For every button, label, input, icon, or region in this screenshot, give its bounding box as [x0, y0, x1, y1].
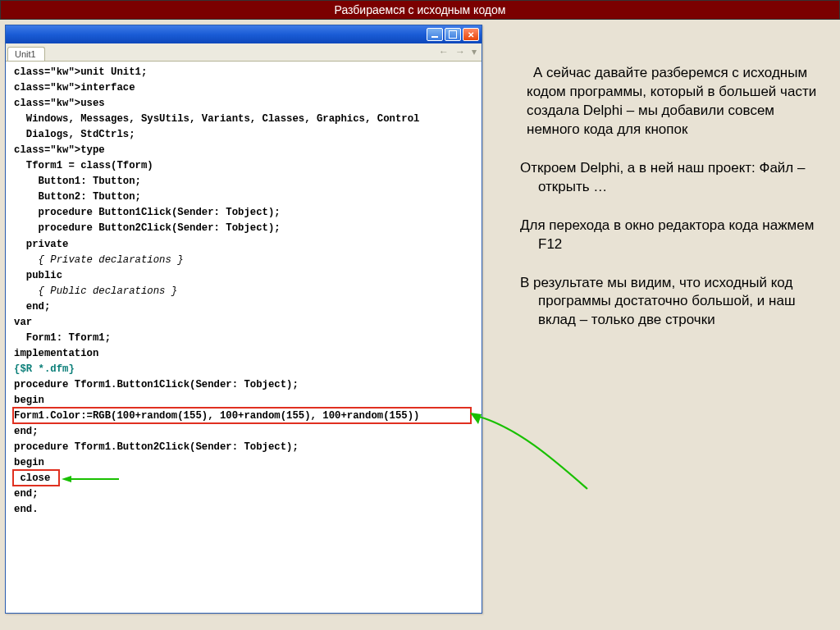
nav-arrows: ← → ▾ — [439, 46, 477, 57]
ide-window: Unit1 ← → ▾ class="kw">unit Unit1;class=… — [5, 25, 482, 614]
code-line: Button1: Tbutton; — [14, 174, 480, 189]
code-line: Windows, Messages, SysUtils, Variants, C… — [14, 112, 480, 127]
code-line: class="kw">interface — [14, 80, 480, 96]
paragraph-2: Откроем Delphi, а в ней наш проект: Файл… — [520, 159, 827, 197]
code-line: private — [14, 237, 480, 253]
slide-title: Разбираемся с исходным кодом — [0, 0, 840, 20]
code-editor[interactable]: class="kw">unit Unit1;class="kw">interfa… — [6, 62, 482, 613]
code-line: procedure Tform1.Button2Click(Sender: To… — [14, 440, 480, 455]
code-line: var — [14, 315, 480, 331]
code-line: end; — [14, 424, 480, 440]
nav-back-icon[interactable]: ← — [439, 46, 449, 57]
code-line: end; — [14, 486, 480, 502]
code-line: { Private declarations } — [14, 253, 480, 268]
code-line: end. — [14, 502, 480, 518]
code-line: public — [14, 268, 480, 284]
paragraph-1: А сейчас давайте разберемся с исходным к… — [520, 64, 827, 139]
maximize-button[interactable] — [445, 28, 461, 41]
code-line: class="kw">type — [14, 143, 480, 158]
code-line: implementation — [14, 346, 480, 362]
nav-fwd-icon[interactable]: → — [455, 46, 465, 57]
code-line: Form1: Tform1; — [14, 331, 480, 346]
minimize-button[interactable] — [427, 28, 443, 41]
code-line: procedure Tform1.Button1Click(Sender: To… — [14, 377, 480, 393]
slide-body: Unit1 ← → ▾ class="kw">unit Unit1;class=… — [0, 20, 840, 627]
tab-unit1[interactable]: Unit1 — [7, 47, 45, 61]
code-line: {$R *.dfm} — [14, 362, 480, 377]
nav-menu-icon[interactable]: ▾ — [472, 46, 477, 57]
close-button[interactable] — [463, 28, 479, 41]
code-line: begin — [14, 393, 480, 409]
code-line: procedure Button2Click(Sender: Tobject); — [14, 221, 480, 236]
code-line: Dialogs, StdCtrls; — [14, 127, 480, 143]
tab-row: Unit1 ← → ▾ — [6, 43, 482, 62]
code-line: Tform1 = class(Tform) — [14, 158, 480, 174]
code-line: end; — [14, 299, 480, 315]
code-line: close — [14, 471, 480, 486]
code-line: begin — [14, 455, 480, 471]
code-line: class="kw">uses — [14, 96, 480, 112]
window-titlebar — [6, 25, 482, 43]
code-line: Form1.Color:=RGB(100+random(155), 100+ra… — [14, 409, 480, 424]
left-column: Unit1 ← → ▾ class="kw">unit Unit1;class=… — [5, 25, 497, 622]
paragraph-3: Для перехода в окно редактора кода нажме… — [520, 217, 827, 254]
code-line: class="kw">unit Unit1; — [14, 65, 480, 80]
right-column: А сейчас давайте разберемся с исходным к… — [497, 25, 832, 622]
paragraph-4: В результате мы видим, что исходный код … — [520, 274, 827, 331]
code-line: Button2: Tbutton; — [14, 189, 480, 205]
code-line: procedure Button1Click(Sender: Tobject); — [14, 205, 480, 221]
code-line: { Public declarations } — [14, 284, 480, 299]
